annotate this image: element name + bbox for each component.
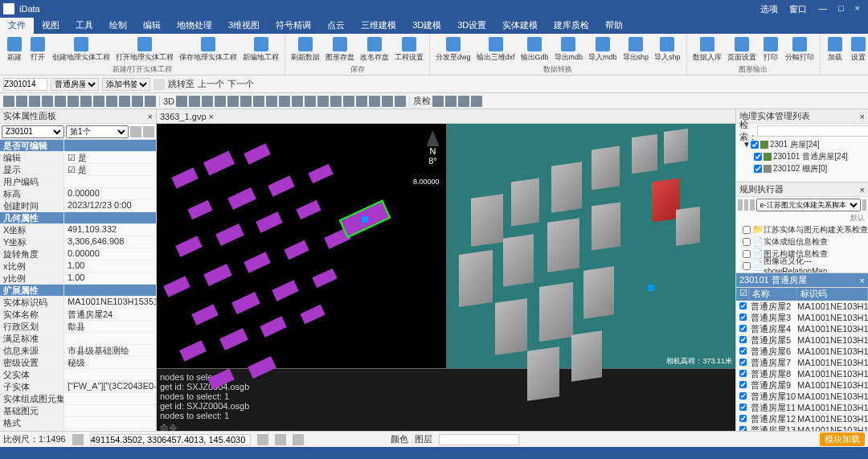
- prop-row[interactable]: x比例1.00: [0, 260, 156, 273]
- result-row[interactable]: 普通房屋10MA1001NE103H1535...: [736, 391, 868, 402]
- menu-10[interactable]: 3D建模: [404, 18, 449, 34]
- building-3d[interactable]: [459, 250, 493, 307]
- tool-icon-2[interactable]: [29, 96, 40, 107]
- col-name[interactable]: 名称: [749, 288, 797, 301]
- menu-2[interactable]: 工具: [68, 18, 101, 34]
- building-3d[interactable]: [527, 346, 559, 401]
- building-2d[interactable]: [244, 252, 271, 273]
- rule-close-icon[interactable]: ×: [860, 185, 865, 195]
- building-2d[interactable]: [260, 316, 287, 337]
- tool3d-icon-7[interactable]: [266, 96, 277, 107]
- count-select[interactable]: 第1个: [66, 125, 129, 138]
- menu-0[interactable]: 文件: [0, 18, 34, 34]
- prop-row[interactable]: 实体组成图元集: [0, 393, 156, 405]
- tree-item[interactable]: 230102 棚房[0]: [736, 162, 868, 174]
- prop-row[interactable]: 父实体: [0, 369, 156, 381]
- tool-icon-9[interactable]: [119, 96, 130, 107]
- tool-icon-10[interactable]: [132, 96, 143, 107]
- result-row[interactable]: 普通房屋11MA1001NE103H1535...: [736, 402, 868, 413]
- tool3d-icon-16[interactable]: [382, 96, 393, 107]
- ribbon-btn-1-2[interactable]: 改名存盘: [358, 35, 391, 64]
- console-input[interactable]: [181, 424, 732, 432]
- rule-stop-icon[interactable]: [744, 199, 749, 211]
- building-3d[interactable]: [495, 298, 527, 355]
- building-3d[interactable]: [511, 178, 539, 227]
- audit-icon-1[interactable]: [445, 96, 457, 107]
- building-3d[interactable]: [471, 194, 503, 247]
- building-2d[interactable]: [171, 167, 199, 188]
- tool-icon-4[interactable]: [55, 96, 66, 107]
- building-3d[interactable]: [503, 234, 534, 286]
- bookmark-add-icon[interactable]: [154, 79, 165, 90]
- menu-14[interactable]: 帮助: [597, 18, 631, 34]
- layer-filter-input[interactable]: [439, 434, 519, 445]
- tree-item[interactable]: 230101 普通房屋[24]: [736, 150, 868, 162]
- panel-close-icon[interactable]: ×: [148, 112, 153, 121]
- ribbon-btn-2-1[interactable]: 输出三维dxf: [474, 35, 518, 64]
- entity-select[interactable]: Z30101: [2, 125, 64, 138]
- prop-row[interactable]: 密级设置秘级: [0, 357, 156, 369]
- menu-7[interactable]: 符号精调: [268, 18, 319, 34]
- tool3d-icon-15[interactable]: [369, 96, 380, 107]
- tree-close-icon[interactable]: ×: [860, 112, 865, 121]
- sb-tool3-icon[interactable]: [293, 434, 304, 445]
- building-2d[interactable]: [308, 164, 333, 184]
- viewport-tab[interactable]: 3363_1.gvp ×: [157, 109, 735, 124]
- building-2d[interactable]: [300, 305, 325, 325]
- ribbon-btn-0-2[interactable]: 创建地理实体工程: [50, 35, 113, 64]
- tool-icon-5[interactable]: [68, 96, 79, 107]
- tool3d-icon-4[interactable]: [227, 96, 239, 107]
- 3d-label[interactable]: 3D: [163, 96, 174, 106]
- result-row[interactable]: 普通房屋13MA1001NE103H1535...: [736, 424, 868, 431]
- tree-item[interactable]: ▼ 2301 房屋[24]: [736, 138, 868, 150]
- menu-6[interactable]: 3维视图: [220, 18, 268, 34]
- rule-item[interactable]: 📄 图像语义化---showRelationMap...: [736, 260, 868, 272]
- building-2d[interactable]: [219, 328, 248, 350]
- tool3d-icon-12[interactable]: [330, 96, 342, 107]
- rule-config-icon[interactable]: [750, 199, 755, 211]
- prop-row[interactable]: 显示☑ 是: [0, 164, 156, 176]
- result-row[interactable]: 普通房屋8MA1001NE103H1535...: [736, 368, 868, 379]
- tool-icon-3[interactable]: [42, 96, 53, 107]
- prop-row[interactable]: 实体构建时间: [0, 429, 156, 431]
- tool3d-icon-10[interactable]: [305, 96, 316, 107]
- prev-button[interactable]: 上一个: [198, 78, 224, 90]
- building-2d[interactable]: [175, 236, 203, 256]
- building-2d[interactable]: [227, 187, 256, 210]
- ribbon-btn-2-5[interactable]: 导出shp: [620, 35, 652, 64]
- col-code[interactable]: 标识码: [797, 288, 868, 301]
- ribbon-btn-2-3[interactable]: 导出mdb: [552, 35, 586, 64]
- ribbon-btn-2-2[interactable]: 输出Gdb: [518, 35, 551, 64]
- building-2d[interactable]: [179, 340, 207, 361]
- ribbon-btn-1-3[interactable]: 工程设置: [392, 35, 426, 64]
- menu-8[interactable]: 点云: [319, 18, 353, 34]
- ribbon-btn-1-0[interactable]: 刷新数据: [289, 35, 322, 64]
- search-input[interactable]: [757, 125, 868, 137]
- bookmark-select[interactable]: 添加书签: [102, 78, 150, 91]
- building-3d[interactable]: [592, 202, 620, 250]
- audit-icon-0[interactable]: [432, 96, 444, 107]
- refresh-icon[interactable]: [130, 126, 141, 137]
- prop-row[interactable]: Y坐标3,306,646.908: [0, 236, 156, 248]
- tool-icon-6[interactable]: [80, 96, 92, 107]
- tool-icon-1[interactable]: [16, 96, 27, 107]
- results-close-icon[interactable]: ×: [860, 276, 865, 285]
- next-button[interactable]: 下一个: [227, 78, 254, 90]
- maximize-icon[interactable]: □: [833, 3, 849, 15]
- audit-icon-3[interactable]: [471, 96, 482, 107]
- rule-script-select[interactable]: e-江苏图元实体建关系脚本: [756, 199, 861, 211]
- prop-row[interactable]: 格式: [0, 417, 156, 429]
- prop-row[interactable]: 基础图元: [0, 405, 156, 417]
- building-2d[interactable]: [268, 175, 295, 196]
- ribbon-btn-2-6[interactable]: 导入shp: [652, 35, 683, 64]
- tool3d-icon-9[interactable]: [292, 96, 303, 107]
- prop-row[interactable]: 信息来源市县级基础测绘: [0, 345, 156, 357]
- prop-row[interactable]: 标高0.00000: [0, 188, 156, 200]
- ribbon-btn-0-1[interactable]: 打开: [27, 35, 49, 64]
- result-row[interactable]: 普通房屋6MA1001NE103H1535...: [736, 346, 868, 357]
- ribbon-btn-3-0[interactable]: 数据入库: [690, 35, 724, 64]
- building-2d[interactable]: [163, 276, 190, 297]
- building-3d[interactable]: [664, 129, 688, 164]
- menu-1[interactable]: 视图: [34, 18, 68, 34]
- tool3d-icon-13[interactable]: [343, 96, 354, 107]
